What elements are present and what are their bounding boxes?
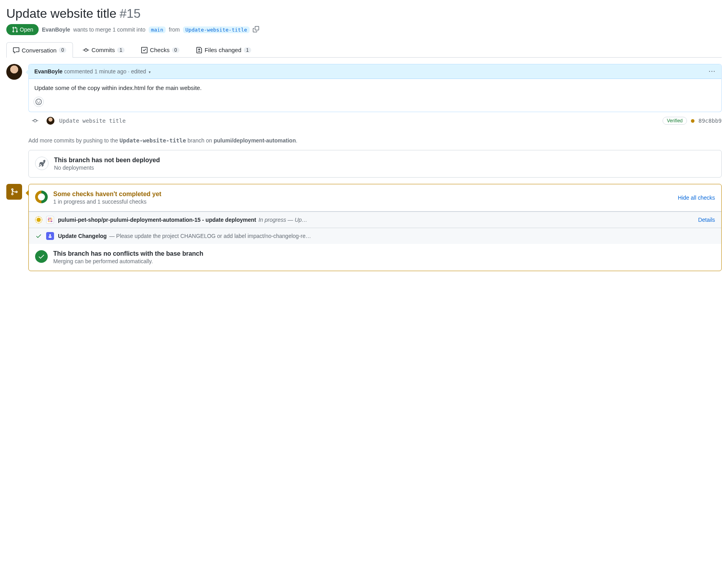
tab-commits[interactable]: Commits 1 (76, 42, 131, 57)
pr-meta-text-2: from (169, 26, 180, 33)
pr-meta-text-1: wants to merge 1 commit into (73, 26, 146, 33)
conversation-icon (13, 47, 19, 53)
commit-timeline-item: Update website title Verified 89c8bb9 (28, 112, 722, 129)
pr-title: Update website title (6, 6, 116, 21)
check-name[interactable]: pulumi-pet-shop/pr-pulumi-deployment-aut… (58, 217, 256, 223)
check-success-icon (35, 232, 42, 240)
tab-conversation-label: Conversation (22, 47, 56, 54)
check-desc: In progress — Up… (258, 217, 307, 223)
pr-author[interactable]: EvanBoyle (42, 26, 70, 33)
tab-checks[interactable]: Checks 0 (134, 42, 186, 57)
deploy-title: This branch has not been deployed (54, 157, 160, 164)
pulumi-app-icon (46, 216, 54, 224)
tab-commits-label: Commits (91, 47, 115, 53)
commit-message[interactable]: Update website title (59, 118, 126, 124)
checks-icon (141, 47, 147, 53)
smiley-icon (35, 99, 42, 105)
git-merge-icon (10, 188, 18, 196)
rocket-icon (35, 157, 49, 170)
push-hint-repo: pulumi/deployment-automation (214, 137, 296, 144)
caret-down-icon[interactable]: ▾ (147, 70, 151, 74)
commit-marker-icon (28, 118, 42, 124)
svg-rect-10 (49, 236, 52, 238)
check-details-link[interactable]: Details (698, 217, 715, 223)
bot-app-icon (46, 232, 54, 240)
comment-author[interactable]: EvanBoyle (34, 68, 63, 75)
pr-state-label: Open (20, 26, 33, 33)
author-avatar[interactable] (6, 64, 22, 80)
base-branch-pill[interactable]: main (149, 26, 166, 33)
checks-title: Some checks haven't completed yet (53, 191, 161, 198)
tab-files[interactable]: Files changed 1 (189, 42, 258, 57)
svg-point-3 (48, 219, 49, 220)
deploy-sub: No deployments (54, 165, 160, 171)
svg-point-5 (51, 219, 52, 220)
pr-state-badge: Open (6, 24, 39, 35)
svg-point-2 (51, 217, 52, 219)
tab-files-label: Files changed (205, 47, 241, 53)
tab-conversation-count: 0 (59, 47, 66, 53)
checks-donut-icon (35, 191, 48, 203)
tab-checks-count: 0 (172, 47, 179, 53)
verified-badge[interactable]: Verified (663, 117, 687, 125)
merge-status-icon (6, 184, 22, 200)
checks-sub: 1 in progress and 1 successful checks (53, 198, 161, 205)
comment-edited[interactable]: edited (131, 68, 146, 75)
push-hint-suffix: . (296, 137, 297, 144)
copy-branch-icon[interactable] (253, 26, 259, 34)
add-reaction-button[interactable] (34, 97, 44, 107)
deploy-card: This branch has not been deployed No dep… (28, 150, 722, 178)
comment-action: commented (64, 68, 93, 75)
push-hint-prefix: Add more commits by pushing to the (28, 137, 119, 144)
tab-commits-count: 1 (117, 47, 125, 53)
svg-point-8 (51, 221, 52, 222)
check-row: Update Changelog — Please update the pro… (29, 228, 721, 244)
svg-point-9 (49, 234, 51, 236)
pr-number: #15 (119, 6, 140, 21)
tab-files-count: 1 (244, 47, 251, 53)
commits-icon (83, 47, 89, 53)
svg-point-4 (49, 219, 50, 220)
comment-body: Update some of the copy within index.htm… (29, 79, 721, 97)
check-desc: — Please update the project CHANGELOG or… (109, 233, 311, 239)
tab-checks-label: Checks (150, 47, 170, 53)
push-hint-mid: branch on (186, 137, 214, 144)
svg-point-0 (48, 217, 49, 219)
push-hint: Add more commits by pushing to the Updat… (28, 137, 722, 144)
comment-sep: · (128, 68, 131, 75)
svg-point-1 (49, 217, 50, 219)
comment-menu-icon[interactable]: ··· (709, 68, 716, 75)
git-pull-request-icon (12, 26, 18, 33)
hide-checks-link[interactable]: Hide all checks (678, 195, 715, 201)
no-conflicts-icon (35, 250, 48, 263)
check-name[interactable]: Update Changelog (58, 233, 107, 239)
svg-point-6 (48, 221, 49, 222)
head-branch-pill[interactable]: Update-website-title (183, 26, 250, 33)
conflicts-sub: Merging can be performed automatically. (53, 258, 203, 264)
check-pending-icon (35, 216, 42, 223)
file-diff-icon (196, 47, 202, 53)
commit-sha[interactable]: 89c8bb9 (698, 118, 722, 124)
conflicts-title: This branch has no conflicts with the ba… (53, 250, 203, 257)
check-row: pulumi-pet-shop/pr-pulumi-deployment-aut… (29, 212, 721, 228)
comment-time[interactable]: 1 minute ago (95, 68, 127, 75)
commit-avatar[interactable] (47, 117, 54, 125)
svg-point-7 (49, 221, 50, 222)
comment-box: EvanBoyle commented 1 minute ago · edite… (28, 64, 722, 112)
push-hint-branch: Update-website-title (119, 137, 186, 144)
tab-conversation[interactable]: Conversation 0 (6, 42, 73, 58)
commit-status-dot[interactable] (691, 119, 694, 123)
